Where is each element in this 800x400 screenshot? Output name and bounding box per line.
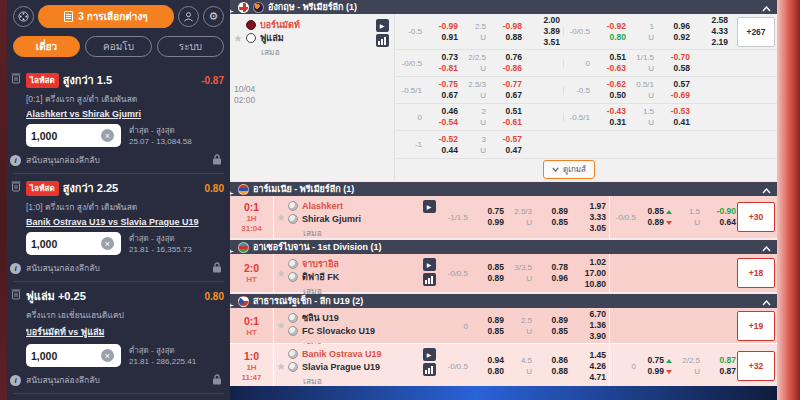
odds-cell[interactable]: 4.26	[589, 362, 606, 371]
stats-icon[interactable]	[376, 34, 389, 47]
selections-count-button[interactable]: 3 การเลือกต่างๆ	[38, 5, 174, 28]
odds-cell[interactable]: 0.87	[719, 367, 736, 376]
live-video-icon[interactable]: ▶	[376, 19, 389, 32]
odds-cell[interactable]: 0.58	[673, 64, 690, 73]
trash-icon[interactable]	[11, 72, 21, 84]
live-video-icon[interactable]: ▶	[423, 258, 436, 271]
stats-icon[interactable]	[423, 363, 436, 376]
odds-cell[interactable]: -0.62	[607, 80, 626, 89]
odds-cell[interactable]: 0.94	[487, 356, 504, 365]
away-team[interactable]: ฟูแล่ม	[260, 31, 284, 45]
favorite-star-icon[interactable]: ★	[277, 361, 286, 372]
more-markets-button[interactable]: +267	[737, 17, 775, 47]
odds-cell[interactable]: -0.61	[503, 118, 522, 127]
stats-icon[interactable]	[423, 273, 436, 286]
favorite-star-icon[interactable]: ★	[277, 320, 286, 331]
odds-cell[interactable]: 0.85	[487, 327, 504, 336]
league-header[interactable]: สาธารณรัฐเช็ก - ลีก U19 (2)	[230, 294, 777, 308]
gear-icon[interactable]: ⚙	[203, 6, 224, 27]
more-markets-button[interactable]: +32	[737, 351, 775, 381]
favorite-star-icon[interactable]: ★	[277, 268, 286, 279]
odds-cell[interactable]: 0.50	[609, 91, 626, 100]
odds-cell[interactable]: 1.36	[589, 321, 606, 330]
home-team[interactable]: จาบราอิล	[302, 257, 339, 271]
favorite-star-icon[interactable]: ★	[234, 33, 243, 44]
odds-cell[interactable]: 0.73	[441, 53, 458, 62]
odds-cell[interactable]: -0.63	[607, 64, 626, 73]
odds-cell[interactable]: 0.47	[505, 146, 522, 155]
odds-cell[interactable]: -0.92	[607, 22, 626, 31]
league-header[interactable]: อาเซอร์ไบจาน - 1st Division (1)	[230, 240, 777, 254]
stake-input[interactable]	[31, 130, 101, 142]
odds-cell[interactable]: -0.81	[439, 64, 458, 73]
live-video-icon[interactable]: ▶	[423, 348, 436, 361]
odds-cell[interactable]: 0.67	[505, 91, 522, 100]
odds-cell[interactable]: 0.44	[441, 146, 458, 155]
away-team[interactable]: ดิฟาอี FK	[302, 270, 339, 284]
clear-icon[interactable]: ×	[101, 237, 114, 250]
bet-match-link[interactable]: บอร์นมัดท์ vs ฟูแล่ม	[13, 325, 224, 339]
odds-cell[interactable]: 0.78	[551, 263, 568, 272]
favorite-star-icon[interactable]: ★	[277, 212, 286, 223]
odds-cell[interactable]: -0.75	[439, 80, 458, 89]
odds-cell[interactable]: 3.05	[589, 224, 606, 233]
odds-cell[interactable]: -0.98	[503, 22, 522, 31]
odds-cell[interactable]: 0.88	[551, 367, 568, 376]
home-team[interactable]: Alashkert	[302, 201, 343, 211]
odds-cell[interactable]: 3.51	[543, 38, 560, 47]
odds-cell[interactable]: 0.76	[505, 53, 522, 62]
trash-icon[interactable]	[11, 288, 21, 300]
odds-cell[interactable]: 0.75	[647, 356, 664, 365]
odds-cell[interactable]: -0.54	[439, 118, 458, 127]
odds-cell[interactable]: -0.99	[439, 22, 458, 31]
odds-cell[interactable]: 0.99	[647, 367, 664, 376]
odds-cell[interactable]: 0.99	[487, 218, 504, 227]
odds-cell[interactable]: 0.96	[551, 274, 568, 283]
odds-cell[interactable]: 4.71	[589, 373, 606, 382]
odds-cell[interactable]: 0.91	[441, 33, 458, 42]
odds-cell[interactable]: 0.31	[609, 118, 626, 127]
view-games-button[interactable]: ดูเกมส์	[543, 160, 595, 179]
odds-cell[interactable]: 1.02	[589, 258, 606, 267]
away-team[interactable]: FC Slovacko U19	[302, 326, 375, 336]
odds-cell[interactable]: 3.89	[543, 27, 560, 36]
odds-cell[interactable]: 0.85	[647, 207, 664, 216]
clear-icon[interactable]: ×	[101, 129, 114, 142]
odds-cell[interactable]: -0.70	[671, 53, 690, 62]
odds-cell[interactable]: 0.92	[673, 33, 690, 42]
bet-match-link[interactable]: Alashkert vs Shirak Gjumri	[13, 109, 224, 119]
odds-cell[interactable]: 0.85	[551, 327, 568, 336]
odds-cell[interactable]: 0.41	[673, 118, 690, 127]
bet-match-link[interactable]: Banik Ostrava U19 vs Slavia Prague U19	[13, 217, 224, 227]
odds-cell[interactable]: -0.57	[503, 135, 522, 144]
odds-cell[interactable]: 1.45	[589, 351, 606, 360]
tab-single[interactable]: เดี่ยว	[13, 36, 80, 57]
odds-cell[interactable]: 0.75	[487, 207, 504, 216]
user-icon[interactable]	[178, 6, 199, 27]
stake-input[interactable]	[31, 238, 101, 250]
odds-cell[interactable]: 2.00	[543, 16, 560, 25]
clear-icon[interactable]: ×	[101, 349, 114, 362]
away-team[interactable]: Slavia Prague U19	[302, 362, 380, 372]
odds-cell[interactable]: -0.69	[671, 91, 690, 100]
odds-cell[interactable]: 0.51	[609, 53, 626, 62]
odds-cell[interactable]: 2.58	[711, 16, 728, 25]
stake-input[interactable]	[31, 350, 101, 362]
odds-cell[interactable]: 0.89	[551, 316, 568, 325]
odds-cell[interactable]: 4.33	[711, 27, 728, 36]
home-team[interactable]: Banik Ostrava U19	[302, 349, 382, 359]
odds-cell[interactable]: -0.86	[503, 64, 522, 73]
film-reel-icon[interactable]	[13, 6, 34, 27]
home-team[interactable]: บอร์นมัดท์	[260, 18, 300, 32]
home-team[interactable]: ซลิน U19	[302, 311, 339, 325]
odds-cell[interactable]: 1.97	[589, 202, 606, 211]
more-markets-button[interactable]: +19	[737, 311, 775, 341]
away-team[interactable]: Shirak Gjumri	[302, 214, 361, 224]
odds-cell[interactable]: 0.89	[487, 274, 504, 283]
odds-cell[interactable]: -0.43	[607, 107, 626, 116]
odds-cell[interactable]: 3.90	[589, 332, 606, 341]
odds-cell[interactable]: 0.85	[551, 218, 568, 227]
odds-cell[interactable]: 0.85	[487, 263, 504, 272]
odds-cell[interactable]: -0.90	[717, 207, 736, 216]
odds-cell[interactable]: 17.00	[585, 269, 606, 278]
